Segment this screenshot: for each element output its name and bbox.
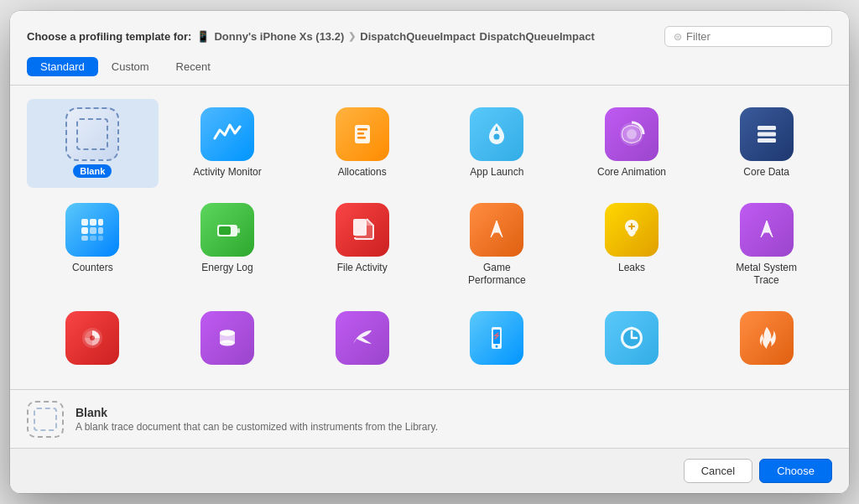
template-info-section: Blank A blank trace document that can be… [10, 389, 849, 448]
counters-icon [65, 203, 119, 257]
svg-rect-1 [357, 128, 367, 131]
cancel-button[interactable]: Cancel [684, 459, 752, 483]
metal-trace-icon [740, 203, 794, 257]
template-row3e[interactable] [566, 303, 698, 378]
row3a-svg [76, 322, 108, 354]
leaks-svg [616, 214, 648, 246]
leaks-label: Leaks [618, 262, 645, 275]
device-icon: 📱 [196, 30, 210, 43]
svg-rect-18 [90, 236, 96, 241]
svg-rect-8 [757, 126, 776, 130]
activity-monitor-icon [200, 107, 254, 161]
target-label: DispatchQueueImpact [480, 30, 595, 43]
svg-rect-12 [90, 219, 96, 226]
dialog-header: Choose a profiling template for: 📱 Donny… [10, 11, 849, 86]
row3d-svg [481, 322, 513, 354]
row3e-icon [605, 311, 659, 365]
row3c-svg [346, 322, 378, 354]
row3c-icon [336, 311, 389, 365]
blank-icon [65, 107, 119, 161]
svg-rect-2 [357, 132, 364, 135]
svg-rect-15 [90, 227, 96, 234]
template-row3b[interactable] [162, 303, 294, 378]
template-counters[interactable]: Counters [27, 195, 159, 296]
dialog-footer: Cancel Choose [10, 448, 849, 493]
row3e-svg [616, 322, 648, 354]
metal-trace-label: Metal System Trace [736, 262, 797, 288]
core-data-svg [751, 118, 783, 150]
svg-rect-9 [757, 132, 776, 137]
template-blank[interactable]: Blank [27, 99, 159, 188]
row3b-icon [200, 311, 254, 365]
counters-label: Counters [72, 262, 113, 275]
energy-log-svg [211, 214, 243, 246]
template-activity-monitor[interactable]: Activity Monitor [162, 99, 294, 188]
tab-standard[interactable]: Standard [27, 57, 98, 76]
template-core-data[interactable]: Core Data [700, 99, 832, 188]
dialog-title: Choose a profiling template for: 📱 Donny… [27, 30, 595, 43]
allocations-label: Allocations [338, 166, 387, 179]
game-perf-svg [481, 214, 513, 246]
profiling-template-dialog: Choose a profiling template for: 📱 Donny… [10, 11, 849, 493]
svg-point-30 [220, 330, 235, 335]
allocations-svg [346, 118, 378, 150]
choose-button[interactable]: Choose [759, 459, 832, 483]
template-app-launch[interactable]: App Launch [431, 99, 563, 188]
game-perf-label: Game Performance [468, 262, 526, 288]
tab-custom[interactable]: Custom [98, 57, 163, 76]
core-data-label: Core Data [743, 166, 789, 179]
leaks-icon [605, 203, 659, 257]
svg-rect-17 [81, 236, 88, 241]
svg-rect-13 [98, 219, 103, 226]
template-row3a[interactable] [27, 303, 159, 378]
energy-log-label: Energy Log [201, 262, 252, 275]
template-row3f[interactable] [700, 303, 832, 378]
tab-recent[interactable]: Recent [163, 57, 224, 76]
template-energy-log[interactable]: Energy Log [162, 195, 294, 296]
allocations-icon [336, 107, 389, 161]
energy-log-icon [200, 203, 254, 257]
template-leaks[interactable]: Leaks [566, 195, 698, 296]
row3f-icon [740, 311, 794, 365]
svg-rect-21 [237, 228, 240, 233]
chevron-icon: ❯ [348, 31, 356, 42]
tabs-bar: Standard Custom Recent [27, 57, 832, 76]
svg-rect-10 [757, 138, 776, 143]
metal-trace-svg [751, 214, 783, 246]
template-file-activity[interactable]: File Activity [296, 195, 428, 296]
svg-point-7 [627, 129, 637, 139]
filter-box[interactable]: ⊜ [664, 26, 832, 47]
template-row3c[interactable] [296, 303, 428, 378]
svg-point-26 [90, 335, 95, 340]
file-activity-label: File Activity [337, 262, 388, 275]
svg-rect-3 [357, 137, 366, 139]
template-game-performance[interactable]: Game Performance [431, 195, 563, 296]
svg-rect-16 [98, 227, 103, 234]
template-allocations[interactable]: Allocations [296, 99, 428, 188]
row3f-svg [751, 322, 783, 354]
svg-rect-22 [219, 226, 231, 235]
app-launch-svg [481, 118, 513, 150]
row3a-icon [65, 311, 119, 365]
app-launch-icon [470, 107, 523, 161]
template-core-animation[interactable]: Core Animation [566, 99, 698, 188]
template-metal-trace[interactable]: Metal System Trace [700, 195, 832, 296]
svg-point-35 [630, 326, 633, 329]
svg-point-31 [496, 345, 498, 347]
filter-input[interactable] [686, 30, 804, 43]
app-launch-label: App Launch [470, 166, 523, 179]
device-info: 📱 Donny's iPhone Xs (13.2) ❯ DispatchQue… [196, 30, 594, 43]
target-name: DispatchQueueImpact [360, 30, 475, 43]
file-activity-svg [346, 214, 378, 246]
info-template-desc: A blank trace document that can be custo… [75, 421, 438, 433]
game-perf-icon [470, 203, 523, 257]
svg-rect-19 [98, 236, 103, 241]
row3b-svg [211, 322, 243, 354]
info-text: Blank A blank trace document that can be… [75, 406, 438, 433]
info-template-name: Blank [75, 406, 438, 419]
info-blank-icon [34, 408, 57, 431]
title-text: Choose a profiling template for: [27, 30, 191, 43]
selected-badge: Blank [73, 164, 112, 178]
templates-content: Blank Activity Monitor [10, 86, 849, 389]
template-row3d[interactable] [431, 303, 563, 378]
